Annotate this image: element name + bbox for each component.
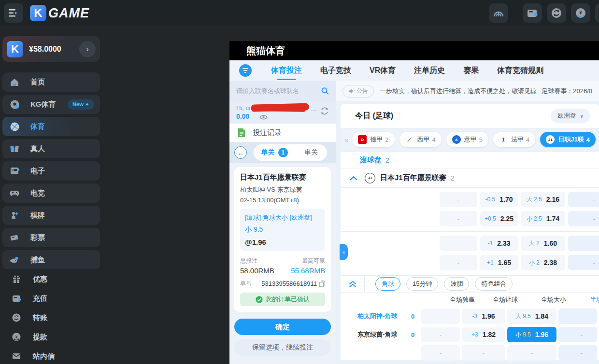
ticket-time: 02-15 13:00(GMT+8) [240, 196, 325, 204]
league-chip-j1[interactable]: J1 日职J1联 4 [540, 132, 596, 147]
corner-tab-corners[interactable]: 角球 [375, 277, 400, 291]
odds-cell-total[interactable]: - [507, 345, 556, 361]
search-icon[interactable] [321, 87, 329, 95]
keep-selection-button[interactable]: 保留选项，继续投注 [234, 339, 331, 356]
odds-cell-handicap[interactable]: +3 1.82 [462, 327, 505, 342]
odds-cell-extra[interactable]: - [568, 236, 599, 251]
odds-cell-handicap[interactable]: +1 1.65 [480, 255, 518, 270]
corner-tab-15min[interactable]: 15分钟 [406, 277, 438, 291]
odds-cell-handicap[interactable]: - [462, 345, 505, 361]
sidebar-item-slots[interactable]: 电子 [2, 161, 100, 181]
betslip-balance: 0.00 [236, 112, 249, 120]
sport-filter-icon[interactable] [239, 64, 252, 77]
odds-cell-extra[interactable]: - [568, 255, 599, 270]
odds-cell-win[interactable]: - [421, 308, 460, 324]
balance-card[interactable]: K ¥58.0000 › [2, 36, 100, 62]
sidebar-item-live-casino[interactable]: 真人 [2, 139, 100, 158]
corner-tab-correct-score[interactable]: 波胆 [444, 277, 469, 291]
odds-cell-win[interactable]: - [421, 345, 460, 361]
wallet-button[interactable] [523, 3, 542, 23]
search-input[interactable] [236, 87, 321, 95]
league-chip-bundesliga[interactable]: D 德甲 2 [352, 132, 394, 147]
odds-format-select[interactable]: 欧洲盘 ∨ [551, 109, 590, 123]
odds-cell-win[interactable]: - [421, 327, 460, 342]
odds-cell-under[interactable]: 小 2 2.38 [521, 255, 565, 270]
tab-sports-betting[interactable]: 体育投注 [271, 66, 302, 76]
network-speed-button[interactable] [489, 3, 508, 23]
live-market-label[interactable]: 滚球盘 [360, 155, 382, 165]
svg-text:¥: ¥ [15, 335, 17, 339]
tab-rules[interactable]: 体育竞猜规则 [497, 66, 543, 76]
refresh-balance-button[interactable] [319, 106, 330, 116]
sidebar-item-withdraw[interactable]: ¥ 提款 [2, 327, 100, 347]
gift-icon [12, 275, 21, 283]
sidebar-item-kg-sports[interactable]: KG体育 New ✦ [2, 95, 100, 114]
balance-expand-button[interactable]: › [79, 41, 96, 57]
odds-cell-extra[interactable]: - [568, 192, 599, 207]
sidebar-item-lottery[interactable]: 彩票 [2, 228, 100, 247]
sidebar-item-fishing[interactable]: 捕鱼 [2, 250, 100, 269]
hidden-edge-button[interactable] [595, 3, 599, 23]
sidebar-item-deposit[interactable]: 充值 [2, 289, 100, 308]
odds-cell-under[interactable]: 小 2.5 1.74 [521, 211, 565, 226]
odds-cell-win[interactable]: - [440, 255, 477, 270]
odds-cell-handicap[interactable]: -3 1.96 [462, 308, 505, 324]
odds-cell-over[interactable]: 大 2.5 2.16 [521, 192, 565, 207]
tab-results[interactable]: 赛果 [463, 66, 479, 76]
network-speed-icon [493, 8, 504, 18]
chips-scroll-left-icon[interactable]: « [344, 136, 347, 144]
tab-esports[interactable]: 电子竞技 [320, 66, 351, 76]
eye-icon[interactable] [259, 114, 268, 120]
league-chip-ligue1[interactable]: 1 法甲 4 [493, 132, 535, 147]
sidebar-item-home[interactable]: 首页 [2, 72, 100, 92]
sidebar-item-messages[interactable]: 站内信 [2, 347, 100, 364]
sidebar-item-esports[interactable]: 电竞 [2, 183, 100, 203]
withdraw-button[interactable]: ¥ [571, 3, 590, 23]
bet-record-link[interactable]: 投注记录 [229, 124, 336, 142]
odds-cell-handicap[interactable]: -1 2.33 [480, 236, 518, 251]
copy-icon[interactable] [319, 280, 325, 287]
odds-cell-extra[interactable]: - [558, 327, 597, 342]
confirm-button[interactable]: 确定 [234, 319, 331, 335]
sidebar-item-chess[interactable]: 棋牌 [2, 206, 100, 225]
announcement-event-text: 足球赛事：2026/0 [542, 87, 592, 96]
odds-cell-over[interactable]: 大 9.5 1.84 [507, 308, 556, 324]
tab-vr-sports[interactable]: VR体育 [370, 66, 396, 76]
back-button[interactable]: ← [234, 146, 247, 159]
odds-cell-extra[interactable]: - [558, 308, 597, 324]
odds-cell-handicap[interactable]: +0.5 2.25 [480, 211, 518, 226]
soccer-icon [9, 100, 20, 109]
league-chip-laliga[interactable]: ⟋ 西甲 4 [399, 132, 442, 147]
odds-cell-extra[interactable]: - [558, 345, 597, 361]
league-chip-seriea[interactable]: A 意甲 5 [446, 132, 488, 147]
sidebar-item-transfer[interactable]: 转账 [2, 308, 100, 327]
betslip-collapse-handle[interactable]: « [340, 244, 348, 260]
odds-cell-extra[interactable]: - [568, 211, 599, 226]
odds-cell-over[interactable]: 大 2 1.60 [521, 236, 565, 251]
sidebar-item-label: 彩票 [30, 233, 45, 242]
ligue1-logo-icon: 1 [499, 135, 508, 144]
record-doc-icon [237, 128, 246, 138]
topbar: K GAME [0, 0, 599, 26]
sidebar-item-sports[interactable]: 体育 [2, 117, 100, 136]
parlay-bet-tab[interactable]: 串关 [295, 148, 327, 157]
collapse-chevron-icon[interactable] [350, 176, 357, 180]
sidebar-item-label: 真人 [30, 144, 45, 154]
odds-cell-win[interactable]: - [440, 211, 477, 226]
corner-tab-specials[interactable]: 特色组合 [475, 277, 513, 291]
odds-cell-under-selected[interactable]: 小 9.5 1.96 [507, 327, 556, 342]
transfer-button[interactable] [547, 3, 566, 23]
odds-cell-win[interactable]: - [440, 236, 477, 251]
menu-toggle-button[interactable] [4, 3, 23, 23]
corner-collapse-button[interactable] [341, 276, 365, 292]
sidebar-item-promotions[interactable]: 优惠 [2, 269, 100, 289]
odds-cell-handicap[interactable]: -0.5 1.70 [480, 192, 518, 207]
announcement-label: 公告 [357, 87, 368, 95]
brand-logo[interactable]: K GAME [30, 5, 89, 21]
odds-cell-win[interactable]: - [440, 192, 477, 207]
ticket-market: [滚球] 角球大小 [欧洲盘] [245, 213, 320, 222]
single-bet-tab[interactable]: 单关 1 [254, 148, 295, 157]
sidebar-item-label: 首页 [30, 78, 45, 87]
tab-bet-history[interactable]: 注单历史 [414, 66, 445, 76]
live-market-count: 2 [385, 156, 389, 164]
